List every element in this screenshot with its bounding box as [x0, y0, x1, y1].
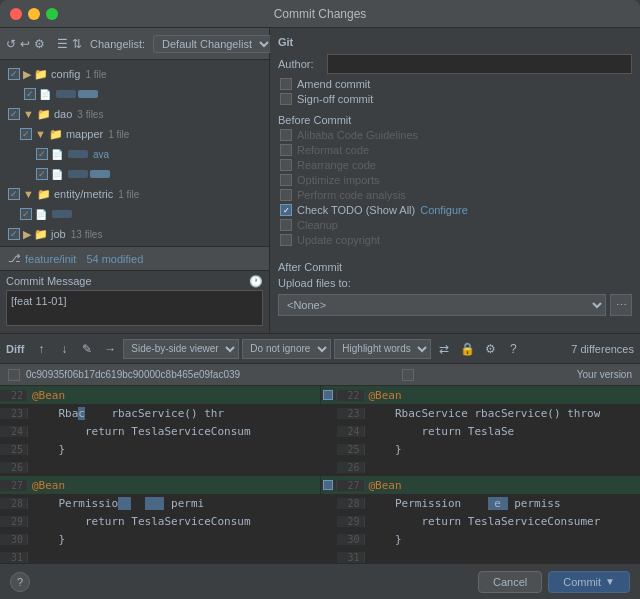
diff-gear-icon[interactable]: ⚙ — [480, 339, 500, 359]
ignore-select[interactable]: Do not ignore — [242, 339, 331, 359]
diff-file-checkbox[interactable] — [8, 369, 20, 381]
checkbox-config-file[interactable]: ✓ — [24, 88, 36, 100]
checkbox-config[interactable]: ✓ — [8, 68, 20, 80]
diff-edit-icon[interactable]: ✎ — [77, 339, 97, 359]
line-number: 31 — [337, 552, 365, 563]
commit-button[interactable]: Commit ▼ — [548, 571, 630, 593]
line-number: 22 — [337, 390, 365, 401]
cleanup-checkbox[interactable] — [280, 219, 292, 231]
branch-bar: ⎇ feature/init 54 modified — [0, 246, 269, 270]
diff-line: 25 } — [0, 440, 320, 458]
item-label: mapper — [66, 128, 103, 140]
signoff-checkbox[interactable] — [280, 93, 292, 105]
checkbox-mapper-file[interactable]: ✓ — [36, 148, 48, 160]
diff-check-col — [321, 390, 337, 400]
close-button[interactable] — [10, 8, 22, 20]
alibaba-label: Alibaba Code Guidelines — [297, 129, 418, 141]
checkbox-mapper[interactable]: ✓ — [20, 128, 32, 140]
upload-settings-button[interactable]: ⋯ — [610, 294, 632, 316]
rearrange-checkbox[interactable] — [280, 159, 292, 171]
file-toolbar: ↺ ↩ ⚙ ☰ ⇅ Changelist: Default Changelist — [0, 28, 269, 60]
list-icon[interactable]: ☰ — [57, 35, 68, 53]
list-item[interactable]: ✓ ▶ 📁 config 1 file — [0, 64, 269, 84]
diff-arrow-icon[interactable]: → — [100, 339, 120, 359]
file-blobs — [68, 150, 88, 158]
maximize-button[interactable] — [46, 8, 58, 20]
commit-dialog: Commit Changes ↺ ↩ ⚙ ☰ ⇅ Changelist: Def… — [0, 0, 640, 599]
list-item[interactable]: ✓ ▼ 📁 mapper 1 file — [0, 124, 269, 144]
diff-title: Diff — [6, 343, 24, 355]
line-content: @Bean — [28, 389, 65, 402]
commit-message-input[interactable]: [feat 11-01] — [6, 290, 263, 326]
line-number: 23 — [0, 408, 28, 419]
diff-line: 31 — [0, 548, 320, 563]
diff-next-icon[interactable]: ↓ — [54, 339, 74, 359]
minimize-button[interactable] — [28, 8, 40, 20]
viewer-select[interactable]: Side-by-side viewer — [123, 339, 239, 359]
diff-toggle-icon[interactable]: ⇄ — [434, 339, 454, 359]
amend-checkbox[interactable] — [280, 78, 292, 90]
sort-icon[interactable]: ⇅ — [72, 35, 82, 53]
diff-line: 26 — [0, 458, 320, 476]
todo-checkbox[interactable]: ✓ — [280, 204, 292, 216]
list-item[interactable]: ✓ ▼ 📁 entity/metric 1 file — [0, 184, 269, 204]
line-content: } — [365, 443, 402, 456]
line-content: Permission e permiss — [365, 497, 561, 510]
line-number: 26 — [0, 462, 28, 473]
file-tree: ✓ ▶ 📁 config 1 file ✓ 📄 ✓ — [0, 60, 269, 246]
rearrange-label: Rearrange code — [297, 159, 376, 171]
folder-icon: ▶ 📁 — [23, 228, 48, 241]
diff-lock-icon[interactable]: 🔒 — [457, 339, 477, 359]
file-blobs — [68, 170, 110, 178]
checkbox-entity[interactable]: ✓ — [8, 188, 20, 200]
folder-icon: ▼ 📁 — [35, 128, 63, 141]
author-input[interactable] — [327, 54, 632, 74]
optimize-row: Optimize imports — [278, 174, 632, 186]
checkbox-job[interactable]: ✓ — [8, 228, 20, 240]
blob — [68, 170, 88, 178]
diff-check-col — [321, 480, 337, 490]
list-item[interactable]: ✓ ▼ 📁 dao 3 files — [0, 104, 269, 124]
diff-line: 29 return TeslaServiceConsum — [0, 512, 320, 530]
highlight-select[interactable]: Highlight words — [334, 339, 431, 359]
diff-line: 30 } — [321, 530, 641, 548]
list-item[interactable]: ✓ 📄 — [0, 204, 269, 224]
checkbox-dao[interactable]: ✓ — [8, 108, 20, 120]
diff-help-icon[interactable]: ? — [503, 339, 523, 359]
line-content: @Bean — [365, 389, 402, 402]
checkbox-entity-file[interactable]: ✓ — [20, 208, 32, 220]
refresh-icon[interactable]: ↺ — [6, 35, 16, 53]
commit-message-area: Commit Message 🕐 [feat 11-01] — [0, 270, 269, 333]
settings-icon[interactable]: ⚙ — [34, 35, 45, 53]
line-number: 30 — [0, 534, 28, 545]
signoff-label: Sign-off commit — [297, 93, 373, 105]
configure-link[interactable]: Configure — [420, 204, 468, 216]
undo-icon[interactable]: ↩ — [20, 35, 30, 53]
diff-file-checkbox-right[interactable] — [402, 369, 414, 381]
perform-checkbox[interactable] — [280, 189, 292, 201]
checkbox-file2[interactable]: ✓ — [36, 168, 48, 180]
line-number: 26 — [337, 462, 365, 473]
todo-label: Check TODO (Show All) — [297, 204, 415, 216]
action-buttons: Cancel Commit ▼ — [478, 571, 630, 593]
upload-select[interactable]: <None> — [278, 294, 606, 316]
help-button[interactable]: ? — [10, 572, 30, 592]
diff-line: 31 — [321, 548, 641, 563]
changelist-select[interactable]: Default Changelist — [153, 35, 273, 53]
diff-check[interactable] — [323, 480, 333, 490]
list-item[interactable]: ✓ 📄 — [0, 84, 269, 104]
list-item[interactable]: ✓ ▶ 📁 job 13 files — [0, 224, 269, 244]
reformat-checkbox[interactable] — [280, 144, 292, 156]
list-item[interactable]: ✓ 📄 ava — [0, 144, 269, 164]
cancel-button[interactable]: Cancel — [478, 571, 542, 593]
diff-line: 24 return TeslaSe — [321, 422, 641, 440]
diff-prev-icon[interactable]: ↑ — [31, 339, 51, 359]
copyright-checkbox[interactable] — [280, 234, 292, 246]
alibaba-checkbox[interactable] — [280, 129, 292, 141]
diff-line: 24 return TeslaServiceConsum — [0, 422, 320, 440]
optimize-checkbox[interactable] — [280, 174, 292, 186]
reformat-row: Reformat code — [278, 144, 632, 156]
diff-check[interactable] — [323, 390, 333, 400]
list-item[interactable]: ✓ 📄 — [0, 164, 269, 184]
item-count: ava — [93, 149, 109, 160]
